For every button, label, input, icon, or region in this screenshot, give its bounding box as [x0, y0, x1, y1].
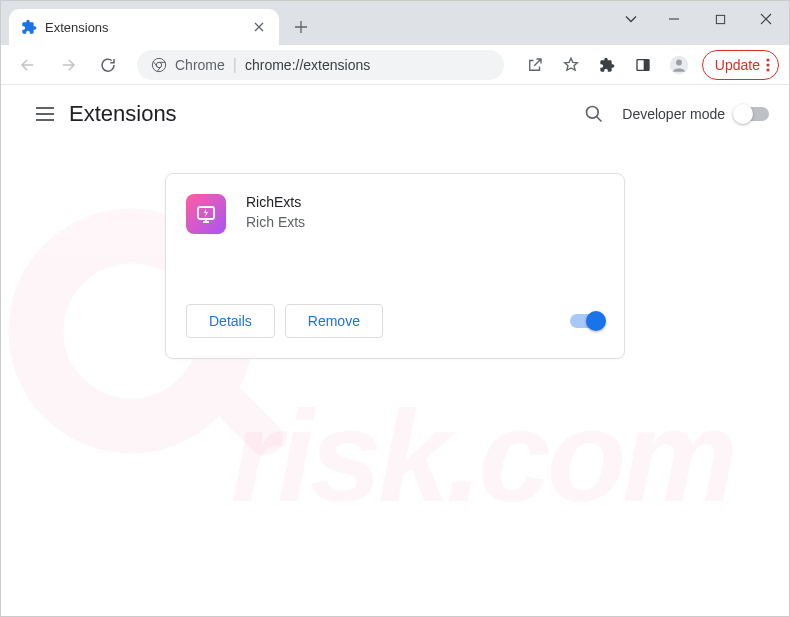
extension-name: RichExts: [246, 194, 305, 210]
share-icon[interactable]: [518, 48, 552, 82]
forward-button[interactable]: [51, 48, 85, 82]
search-icon[interactable]: [584, 104, 604, 124]
window-controls: [611, 1, 789, 37]
extensions-page-header: Extensions Developer mode: [1, 85, 789, 143]
side-panel-icon[interactable]: [626, 48, 660, 82]
reload-button[interactable]: [91, 48, 125, 82]
close-tab-button[interactable]: [251, 19, 267, 35]
update-button[interactable]: Update: [702, 50, 779, 80]
update-button-label: Update: [715, 57, 760, 73]
developer-mode-control: Developer mode: [622, 106, 769, 122]
page-title: Extensions: [69, 101, 177, 127]
tab-dropdown-button[interactable]: [611, 1, 651, 37]
minimize-button[interactable]: [651, 1, 697, 37]
extension-puzzle-icon: [21, 19, 37, 35]
svg-rect-4: [644, 59, 649, 70]
svg-point-14: [587, 107, 599, 119]
svg-point-8: [766, 63, 769, 66]
extensions-puzzle-icon[interactable]: [590, 48, 624, 82]
remove-button[interactable]: Remove: [285, 304, 383, 338]
maximize-button[interactable]: [697, 1, 743, 37]
extension-app-icon: [186, 194, 226, 234]
close-window-button[interactable]: [743, 1, 789, 37]
svg-text:risk.com: risk.com: [231, 383, 734, 529]
bookmark-star-icon[interactable]: [554, 48, 588, 82]
details-button[interactable]: Details: [186, 304, 275, 338]
profile-avatar-icon[interactable]: [662, 48, 696, 82]
svg-point-9: [766, 68, 769, 71]
svg-rect-11: [201, 374, 289, 462]
tab-title: Extensions: [45, 20, 243, 35]
tab-bar: Extensions: [1, 1, 789, 45]
extension-description: Rich Exts: [246, 214, 305, 230]
url-separator: |: [233, 56, 237, 74]
extension-card: RichExts Rich Exts Details Remove: [165, 173, 625, 359]
extensions-list: RichExts Rich Exts Details Remove: [1, 143, 789, 359]
address-bar[interactable]: Chrome | chrome://extensions: [137, 50, 504, 80]
developer-mode-label: Developer mode: [622, 106, 725, 122]
menu-dots-icon: [766, 58, 770, 72]
url-text: chrome://extensions: [245, 57, 370, 73]
browser-tab[interactable]: Extensions: [9, 9, 279, 45]
hamburger-menu-icon[interactable]: [21, 106, 69, 122]
new-tab-button[interactable]: [287, 13, 315, 41]
svg-point-6: [676, 59, 682, 65]
extension-enable-toggle[interactable]: [570, 314, 604, 328]
browser-toolbar: Chrome | chrome://extensions Update: [1, 45, 789, 85]
developer-mode-toggle[interactable]: [735, 107, 769, 121]
svg-rect-0: [716, 15, 724, 23]
chrome-logo-icon: [151, 57, 167, 73]
back-button[interactable]: [11, 48, 45, 82]
url-scheme-label: Chrome: [175, 57, 225, 73]
svg-point-7: [766, 58, 769, 61]
